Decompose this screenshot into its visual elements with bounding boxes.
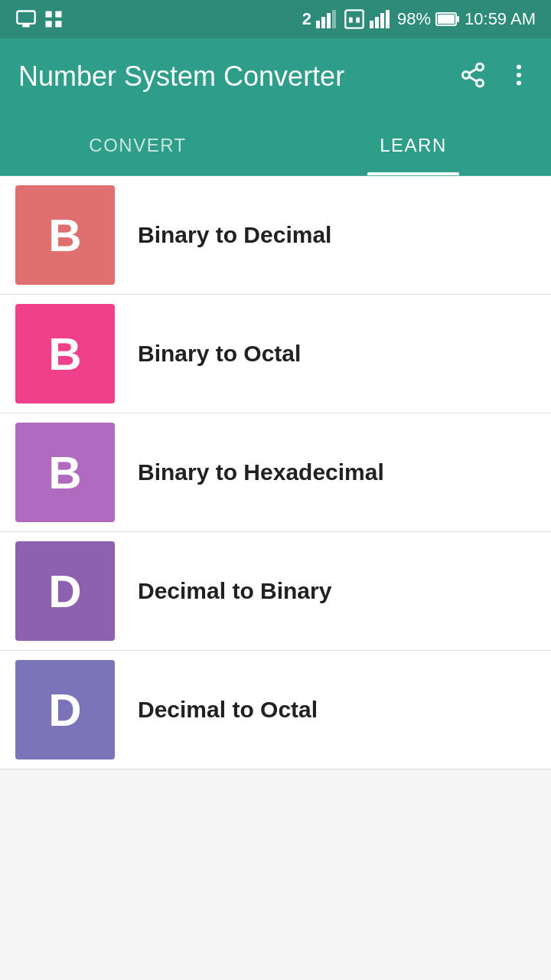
status-icons: 2 98% 10:59 AM: [302, 8, 536, 30]
svg-rect-11: [349, 18, 353, 23]
svg-rect-12: [356, 18, 360, 23]
tab-learn[interactable]: LEARN: [276, 115, 551, 175]
app-icon-1: [15, 8, 37, 30]
svg-point-22: [477, 80, 484, 87]
item-icon-binary-hex: B: [15, 423, 115, 522]
notification-icon: 2: [302, 9, 311, 29]
item-label-decimal-octal: Decimal to Octal: [138, 697, 318, 723]
status-bar: 2 98% 10:59 AM: [0, 0, 551, 38]
list-item[interactable]: D Decimal to Octal: [0, 651, 551, 769]
battery-icon: [435, 11, 460, 28]
svg-rect-7: [321, 17, 325, 28]
item-icon-binary-octal: B: [15, 304, 115, 403]
svg-rect-15: [380, 13, 384, 28]
share-icon: [459, 61, 487, 89]
svg-rect-8: [327, 13, 331, 28]
svg-line-24: [469, 68, 477, 73]
signal-icon-1: [316, 8, 339, 30]
item-label-decimal-binary: Decimal to Binary: [138, 578, 331, 604]
svg-rect-1: [22, 24, 29, 28]
time-display: 10:59 AM: [465, 9, 536, 29]
item-icon-binary-decimal: B: [15, 185, 115, 285]
tab-convert[interactable]: CONVERT: [0, 115, 276, 175]
share-button[interactable]: [459, 61, 487, 93]
svg-rect-4: [46, 21, 52, 27]
svg-rect-0: [17, 11, 34, 24]
sim-icon: [344, 8, 365, 30]
svg-point-20: [477, 64, 484, 70]
conversion-list: B Binary to Decimal B Binary to Octal B …: [0, 176, 551, 769]
svg-rect-5: [55, 21, 61, 27]
app-bar-actions: [459, 61, 533, 93]
list-item[interactable]: D Decimal to Binary: [0, 532, 551, 651]
svg-rect-10: [345, 10, 363, 28]
item-icon-decimal-octal: D: [15, 660, 115, 760]
status-bar-left-icons: [15, 8, 64, 30]
item-label-binary-decimal: Binary to Decimal: [138, 222, 331, 248]
item-label-binary-octal: Binary to Octal: [138, 341, 301, 367]
svg-rect-9: [332, 10, 336, 28]
app-bar: Number System Converter: [0, 38, 551, 115]
app-title: Number System Converter: [18, 60, 444, 93]
tab-bar: CONVERT LEARN: [0, 115, 551, 176]
svg-rect-2: [46, 11, 52, 18]
item-label-binary-hex: Binary to Hexadecimal: [138, 459, 384, 485]
app-icon-2: [43, 8, 64, 30]
svg-point-25: [517, 64, 521, 69]
svg-line-23: [469, 77, 477, 81]
svg-rect-3: [55, 11, 61, 18]
list-item[interactable]: B Binary to Hexadecimal: [0, 413, 551, 532]
svg-point-27: [517, 80, 521, 85]
svg-point-21: [463, 71, 470, 78]
svg-rect-13: [370, 21, 373, 28]
svg-rect-19: [457, 16, 459, 22]
signal-icon-2: [370, 8, 393, 30]
list-item[interactable]: B Binary to Octal: [0, 295, 551, 413]
svg-rect-6: [316, 21, 320, 28]
svg-rect-16: [386, 10, 390, 28]
svg-rect-14: [375, 17, 379, 28]
svg-point-26: [517, 73, 521, 77]
overflow-menu-icon: [505, 61, 533, 89]
item-icon-decimal-binary: D: [15, 541, 115, 641]
overflow-menu-button[interactable]: [505, 61, 533, 93]
svg-rect-18: [438, 15, 455, 24]
battery-percentage: 98%: [397, 9, 431, 29]
list-item[interactable]: B Binary to Decimal: [0, 176, 551, 295]
